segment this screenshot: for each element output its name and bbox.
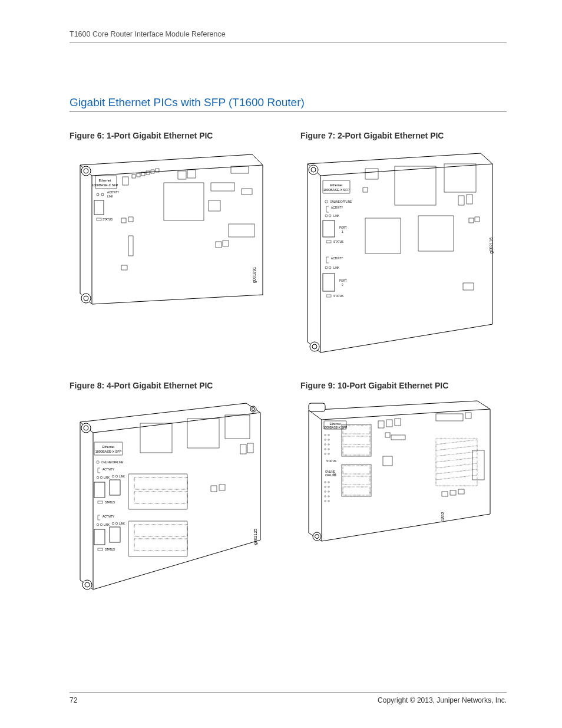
svg-line-173 (436, 457, 477, 462)
svg-text:STATUS: STATUS (326, 460, 336, 463)
svg-point-98 (97, 523, 99, 526)
svg-point-7 (97, 193, 99, 196)
svg-line-170 (436, 440, 477, 444)
svg-text:1000BASE-X SFP: 1000BASE-X SFP (323, 188, 350, 192)
svg-point-144 (325, 491, 326, 493)
svg-text:OFFLINE: OFFLINE (325, 474, 336, 477)
svg-rect-154 (343, 447, 370, 455)
svg-rect-108 (140, 423, 172, 453)
svg-rect-163 (436, 414, 463, 421)
svg-rect-30 (121, 218, 126, 223)
svg-rect-26 (209, 200, 220, 211)
svg-rect-120 (219, 485, 225, 490)
svg-point-137 (328, 453, 330, 455)
svg-text:1000BASE-X SFP: 1000BASE-X SFP (92, 183, 118, 187)
svg-rect-153 (343, 436, 370, 444)
figure-7-image: Ethernet 1000BASE-X SFP ONLINE/OFFLINE A… (300, 147, 507, 365)
svg-rect-49 (323, 220, 335, 237)
svg-rect-11 (94, 200, 104, 215)
svg-point-99 (100, 523, 103, 526)
svg-line-175 (436, 469, 477, 474)
svg-text:1: 1 (342, 230, 343, 233)
svg-text:STATUS: STATUS (105, 548, 115, 551)
svg-text:1852: 1852 (441, 512, 445, 521)
svg-rect-34 (223, 241, 229, 246)
svg-rect-115 (134, 477, 187, 489)
svg-text:ACTIVITY: ACTIVITY (103, 468, 114, 471)
svg-point-90 (115, 475, 118, 477)
svg-text:1000BASE-X SFP: 1000BASE-X SFP (323, 426, 348, 429)
svg-rect-118 (134, 539, 187, 551)
svg-rect-160 (378, 421, 384, 428)
svg-rect-69 (418, 216, 454, 251)
svg-rect-157 (343, 487, 370, 495)
svg-rect-155 (343, 466, 370, 474)
svg-text:Ethernet: Ethernet (103, 445, 115, 449)
svg-point-36 (309, 165, 318, 174)
svg-text:PORT: PORT (339, 279, 347, 282)
svg-point-130 (325, 444, 326, 446)
svg-point-128 (325, 434, 326, 436)
figure-8-image: Ethernet 1000BASE-X SFP ONLINE/OFFLINE A… (70, 397, 276, 610)
svg-rect-162 (395, 419, 401, 426)
svg-point-100 (112, 522, 114, 525)
figure-row-2: Figure 8: 4-Port Gigabit Ethernet PIC Et… (70, 381, 507, 610)
page-number: 72 (70, 696, 77, 704)
svg-text:ONLINE/OFFLINE: ONLINE/OFFLINE (101, 461, 123, 464)
svg-point-79 (250, 406, 256, 412)
svg-text:g002125: g002125 (253, 529, 258, 545)
svg-text:0: 0 (342, 284, 343, 286)
page-header: T1600 Core Router Interface Module Refer… (70, 28, 507, 43)
svg-point-56 (329, 266, 331, 269)
svg-rect-168 (391, 435, 405, 440)
svg-rect-94 (110, 480, 120, 495)
svg-rect-70 (363, 187, 368, 192)
svg-rect-67 (467, 195, 472, 204)
svg-point-133 (328, 434, 330, 436)
svg-point-146 (325, 500, 326, 502)
svg-rect-166 (383, 456, 392, 466)
svg-point-2 (81, 294, 91, 303)
svg-rect-25 (211, 183, 234, 191)
svg-rect-105 (110, 527, 120, 542)
svg-text:PORT: PORT (339, 226, 347, 229)
svg-line-174 (436, 463, 477, 468)
svg-point-150 (328, 496, 330, 498)
svg-text:1000BASE-X SFP: 1000BASE-X SFP (95, 450, 122, 453)
svg-text:LINK: LINK (333, 215, 339, 218)
svg-point-145 (325, 496, 326, 498)
svg-rect-167 (385, 433, 390, 437)
svg-text:LINK: LINK (333, 266, 339, 269)
svg-point-142 (325, 482, 326, 483)
svg-rect-112 (247, 443, 253, 453)
svg-point-135 (328, 444, 330, 446)
svg-point-143 (325, 486, 326, 488)
svg-rect-28 (242, 189, 252, 195)
svg-rect-110 (225, 415, 250, 439)
svg-rect-104 (94, 529, 105, 545)
figure-9-image: Ethernet 1000BASE-X SFP STATUS ONLINE OF… (300, 397, 507, 551)
svg-text:ACTIVITY: ACTIVITY (331, 206, 343, 209)
svg-rect-156 (343, 476, 370, 485)
svg-line-176 (436, 475, 477, 480)
svg-text:STATUS: STATUS (105, 501, 115, 504)
svg-point-134 (328, 439, 330, 441)
page-footer: 72 Copyright © 2013, Juniper Networks, I… (70, 692, 507, 704)
svg-rect-15 (132, 174, 135, 178)
svg-rect-65 (444, 164, 476, 192)
svg-text:Ethernet: Ethernet (330, 183, 343, 187)
svg-point-84 (97, 461, 100, 464)
svg-rect-106 (98, 548, 103, 551)
svg-rect-58 (323, 274, 335, 291)
svg-rect-22 (178, 171, 186, 179)
svg-rect-161 (386, 420, 392, 427)
svg-rect-177 (442, 492, 448, 496)
svg-rect-124 (309, 403, 325, 411)
svg-rect-18 (146, 171, 150, 174)
svg-point-89 (112, 475, 114, 477)
svg-point-132 (325, 453, 326, 455)
figure-6-image: Ethernet 1000BASE-X SFP ACTIVITY LINK ST… (70, 147, 276, 318)
svg-point-147 (328, 482, 330, 483)
svg-text:LINK: LINK (104, 523, 110, 526)
svg-point-8 (101, 193, 104, 196)
